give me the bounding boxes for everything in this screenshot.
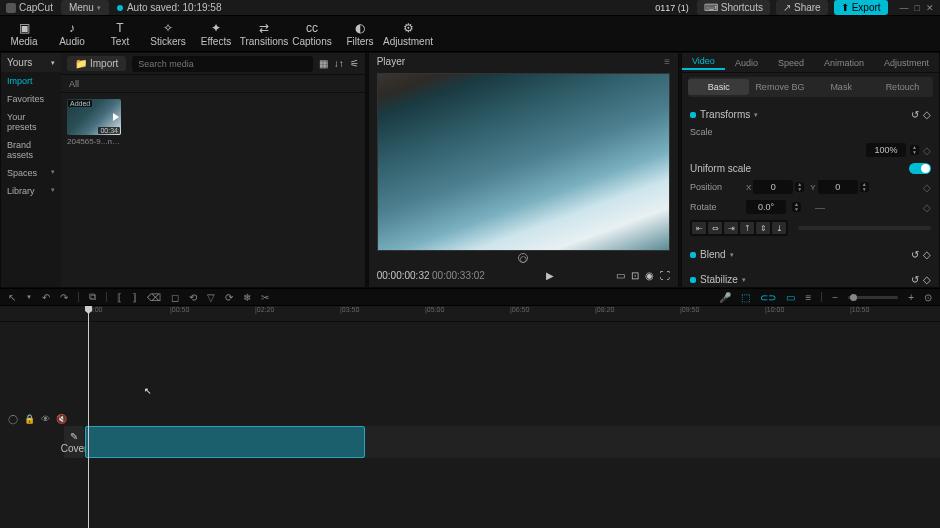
trim-left-icon[interactable]: ⟦ bbox=[117, 292, 122, 303]
sidebar-item-favorites[interactable]: Favorites bbox=[1, 90, 61, 108]
track-tool-icon[interactable]: ≡ bbox=[805, 292, 811, 303]
section-blend[interactable]: Blend▾↺◇ bbox=[690, 245, 931, 264]
split-icon[interactable]: ⧉ bbox=[89, 291, 96, 303]
section-stabilize[interactable]: Stabilize▾↺◇ bbox=[690, 270, 931, 287]
sidebar-item-spaces[interactable]: Spaces bbox=[1, 164, 61, 182]
link-icon[interactable]: ⊂⊃ bbox=[760, 292, 776, 303]
inspector-subtab-retouch[interactable]: Retouch bbox=[872, 79, 933, 95]
sort-icon[interactable]: ↓↑ bbox=[334, 58, 344, 69]
timeline[interactable]: 00:00|00:50|02:20|03:50|05:00|06:50|08:2… bbox=[0, 306, 940, 528]
shortcuts-button[interactable]: ⌨Shortcuts bbox=[697, 0, 770, 15]
filter-icon[interactable]: ⚟ bbox=[350, 58, 359, 69]
sidebar-header[interactable]: Yours▾ bbox=[1, 53, 61, 72]
keyframe-icon[interactable]: ◇ bbox=[923, 202, 931, 213]
toolbar-text[interactable]: TText bbox=[96, 16, 144, 51]
mic-icon[interactable]: 🎤 bbox=[719, 292, 731, 303]
reset-icon[interactable]: ↺ bbox=[911, 274, 919, 285]
ratio-icon[interactable]: ▭ bbox=[616, 270, 625, 281]
rotate-value[interactable]: 0.0° bbox=[746, 200, 786, 214]
transforms-header[interactable]: Transforms▾ ↺◇ bbox=[690, 105, 931, 124]
player-preview[interactable]: ◯ bbox=[377, 73, 670, 251]
zoom-fit-icon[interactable]: ⊙ bbox=[924, 292, 932, 303]
align-center-h-icon[interactable]: ⇔ bbox=[708, 222, 722, 234]
inspector-tab-video[interactable]: Video bbox=[682, 56, 725, 70]
keyframe-icon[interactable]: ◇ bbox=[923, 249, 931, 260]
redo-icon[interactable]: ↷ bbox=[60, 292, 68, 303]
inspector-tab-animation[interactable]: Animation bbox=[814, 58, 874, 68]
close-button[interactable]: ✕ bbox=[926, 3, 934, 13]
media-clip[interactable]: Added 00:34 204565-9...nall.mp4 bbox=[67, 99, 121, 146]
toolbar-transitions[interactable]: ⇄Transitions bbox=[240, 16, 288, 51]
clip-thumbnail[interactable]: Added 00:34 bbox=[67, 99, 121, 135]
position-x-input[interactable]: 0 bbox=[753, 180, 793, 194]
inspector-subtab-mask[interactable]: Mask bbox=[811, 79, 872, 95]
menu-button[interactable]: Menu bbox=[61, 0, 109, 15]
media-tab-all[interactable]: All bbox=[69, 79, 79, 89]
keyframe-icon[interactable]: ◇ bbox=[923, 182, 931, 193]
crop-icon[interactable]: ⊡ bbox=[631, 270, 639, 281]
align-slider[interactable] bbox=[798, 226, 931, 230]
minimize-button[interactable]: — bbox=[900, 3, 909, 13]
align-right-icon[interactable]: ⇥ bbox=[724, 222, 738, 234]
zoom-in-icon[interactable]: + bbox=[908, 292, 914, 303]
scale-stepper[interactable]: ▲▼ bbox=[910, 145, 919, 155]
player-menu-icon[interactable]: ≡ bbox=[664, 56, 670, 67]
cover-button[interactable]: ✎Cover bbox=[64, 426, 84, 458]
zoom-slider[interactable] bbox=[848, 296, 898, 299]
play-button[interactable]: ▶ bbox=[546, 270, 554, 281]
reverse-icon[interactable]: ⟲ bbox=[189, 292, 197, 303]
magnet-icon[interactable]: ⬚ bbox=[741, 292, 750, 303]
align-top-icon[interactable]: ⤒ bbox=[740, 222, 754, 234]
grid-view-icon[interactable]: ▦ bbox=[319, 58, 328, 69]
inspector-subtab-basic[interactable]: Basic bbox=[688, 79, 749, 95]
export-button[interactable]: ⬆Export bbox=[834, 0, 888, 15]
inspector-tab-adjustment[interactable]: Adjustment bbox=[874, 58, 939, 68]
inspector-tab-audio[interactable]: Audio bbox=[725, 58, 768, 68]
quality-icon[interactable]: ◉ bbox=[645, 270, 654, 281]
crop-icon[interactable]: ✂ bbox=[261, 292, 269, 303]
toolbar-stickers[interactable]: ✧Stickers bbox=[144, 16, 192, 51]
maximize-button[interactable]: □ bbox=[915, 3, 920, 13]
undo-icon[interactable]: ↶ bbox=[42, 292, 50, 303]
mirror-icon[interactable]: ▽ bbox=[207, 292, 215, 303]
sidebar-item-import[interactable]: Import bbox=[1, 72, 61, 90]
dropdown-icon[interactable]: ▼ bbox=[26, 294, 32, 300]
inspector-tab-speed[interactable]: Speed bbox=[768, 58, 814, 68]
position-y-input[interactable]: 0 bbox=[818, 180, 858, 194]
crop-tool-icon[interactable]: ◻ bbox=[171, 292, 179, 303]
toolbar-effects[interactable]: ✦Effects bbox=[192, 16, 240, 51]
toolbar-adjustment[interactable]: ⚙Adjustment bbox=[384, 16, 432, 51]
rotate-stepper[interactable]: ▲▼ bbox=[792, 202, 801, 212]
zoom-out-icon[interactable]: − bbox=[832, 292, 838, 303]
timeline-ruler[interactable]: 00:00|00:50|02:20|03:50|05:00|06:50|08:2… bbox=[0, 306, 940, 322]
keyframe-icon[interactable]: ◇ bbox=[923, 109, 931, 120]
align-bottom-icon[interactable]: ⤓ bbox=[772, 222, 786, 234]
align-left-icon[interactable]: ⇤ bbox=[692, 222, 706, 234]
sidebar-item-brand-assets[interactable]: Brand assets bbox=[1, 136, 61, 164]
delete-icon[interactable]: ⌫ bbox=[147, 292, 161, 303]
preview-circle-icon[interactable]: ◯ bbox=[518, 253, 528, 263]
toolbar-audio[interactable]: ♪Audio bbox=[48, 16, 96, 51]
import-button[interactable]: 📁Import bbox=[67, 56, 126, 71]
playhead[interactable] bbox=[88, 306, 89, 528]
timeline-clip[interactable] bbox=[85, 426, 365, 458]
toolbar-captions[interactable]: ccCaptions bbox=[288, 16, 336, 51]
share-button[interactable]: ↗Share bbox=[776, 0, 828, 15]
toolbar-filters[interactable]: ◐Filters bbox=[336, 16, 384, 51]
lock-icon[interactable]: 🔒 bbox=[24, 414, 35, 424]
freeze-icon[interactable]: ❄ bbox=[243, 292, 251, 303]
toolbar-media[interactable]: ▣Media bbox=[0, 16, 48, 51]
preview-icon[interactable]: ▭ bbox=[786, 292, 795, 303]
pointer-tool-icon[interactable]: ↖ bbox=[8, 292, 16, 303]
track-toggle-icon[interactable]: ◯ bbox=[8, 414, 18, 424]
reset-icon[interactable]: ↺ bbox=[911, 109, 919, 120]
uniform-scale-toggle[interactable] bbox=[909, 163, 931, 174]
y-stepper[interactable]: ▲▼ bbox=[860, 182, 869, 192]
mute-icon[interactable]: 🔇 bbox=[56, 414, 67, 424]
scale-value[interactable]: 100% bbox=[866, 143, 906, 157]
inspector-subtab-remove-bg[interactable]: Remove BG bbox=[749, 79, 810, 95]
align-center-v-icon[interactable]: ⇕ bbox=[756, 222, 770, 234]
sidebar-item-your-presets[interactable]: Your presets bbox=[1, 108, 61, 136]
search-input[interactable] bbox=[132, 56, 312, 72]
keyframe-icon[interactable]: ◇ bbox=[923, 274, 931, 285]
